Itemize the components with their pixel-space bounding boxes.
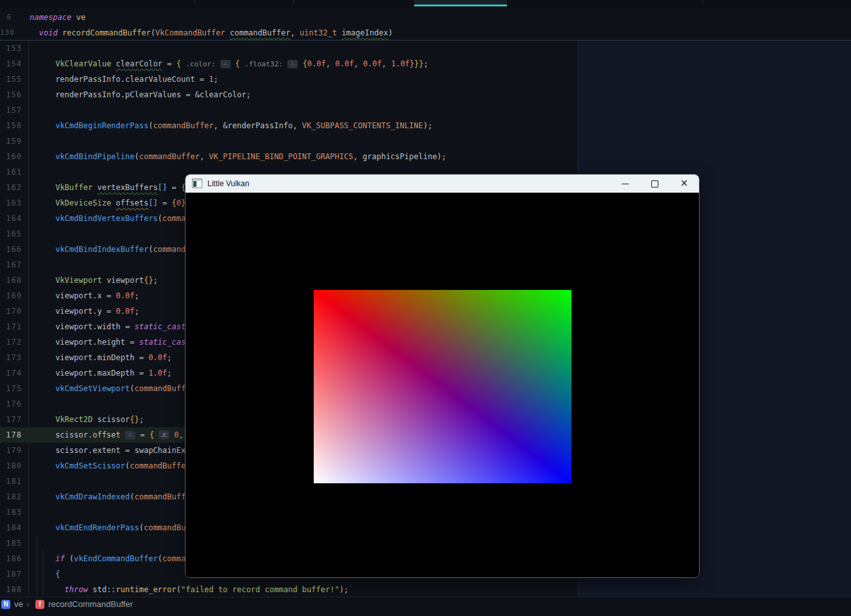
code-token: ) bbox=[388, 28, 392, 37]
line-number[interactable]: 157 bbox=[0, 102, 22, 118]
code-line-text[interactable]: vkCmdBindPipeline(commandBuffer, VK_PIPE… bbox=[37, 149, 446, 164]
breadcrumb-function[interactable]: recordCommandBuffer bbox=[48, 599, 133, 610]
code-line[interactable]: 188 throw std::runtime_error("failed to … bbox=[0, 582, 851, 597]
line-number[interactable]: 156 bbox=[0, 87, 22, 102]
breadcrumb-namespace[interactable]: ve bbox=[14, 599, 23, 610]
code-line-text[interactable]: throw std::runtime_error("failed to reco… bbox=[37, 582, 349, 597]
code-token: commandBuffer bbox=[130, 461, 191, 470]
line-number[interactable]: 170 bbox=[0, 303, 22, 319]
code-line-text[interactable]: renderPassInfo.clearValueCount = 1; bbox=[37, 72, 218, 87]
line-number[interactable]: 177 bbox=[0, 412, 22, 427]
line-number[interactable]: 159 bbox=[0, 133, 22, 149]
code-line[interactable]: 158 vkCmdBeginRenderPass(commandBuffer, … bbox=[0, 118, 851, 133]
line-number[interactable]: 167 bbox=[0, 257, 22, 273]
code-token: commandBuf bbox=[144, 523, 190, 532]
code-line-text[interactable]: viewport.height = static_cast bbox=[37, 334, 190, 350]
code-token: ; bbox=[214, 75, 218, 84]
line-number[interactable]: 6 bbox=[0, 10, 12, 25]
line-number[interactable]: 176 bbox=[0, 396, 22, 412]
code-token: offsets bbox=[116, 198, 149, 207]
line-number[interactable]: 166 bbox=[0, 242, 22, 257]
line-number[interactable]: 174 bbox=[0, 365, 22, 381]
code-line-text[interactable]: viewport.maxDepth = 1.0f; bbox=[37, 365, 172, 381]
line-number[interactable]: 172 bbox=[0, 334, 22, 350]
code-line[interactable]: 159 bbox=[0, 133, 851, 149]
code-line[interactable]: 160 vkCmdBindPipeline(commandBuffer, VK_… bbox=[0, 149, 851, 164]
code-line[interactable]: 155 renderPassInfo.clearValueCount = 1; bbox=[0, 72, 851, 87]
line-number[interactable]: 185 bbox=[0, 535, 22, 551]
window-titlebar[interactable]: Little Vulkan × bbox=[186, 175, 699, 193]
line-number[interactable]: 168 bbox=[0, 273, 22, 288]
close-button[interactable]: × bbox=[669, 175, 699, 193]
code-line-text[interactable]: vkCmdSetScissor(commandBuffer bbox=[37, 458, 190, 474]
line-number[interactable]: 155 bbox=[0, 72, 22, 87]
line-number[interactable]: 171 bbox=[0, 319, 22, 334]
code-line-text[interactable]: vkCmdBindIndexBuffer(commandB bbox=[37, 242, 190, 257]
code-line-text[interactable]: viewport.minDepth = 0.0f; bbox=[37, 350, 172, 365]
code-line-text[interactable]: scissor.offset ∴ = { .x: 0, .y: bbox=[37, 427, 198, 443]
code-line-text[interactable]: viewport.width = static_cast< bbox=[37, 319, 190, 334]
code-line-text[interactable]: vkCmdSetViewport(commandBuffe bbox=[37, 381, 190, 396]
line-number[interactable]: 179 bbox=[0, 443, 22, 458]
code-line-text[interactable]: viewport.y = 0.0f; bbox=[37, 303, 139, 319]
code-line-text[interactable]: viewport.x = 0.0f; bbox=[37, 288, 139, 303]
code-token: commandBuffer bbox=[230, 28, 291, 37]
code-line-text[interactable]: if (vkEndCommandBuffer(comman bbox=[37, 551, 190, 566]
line-number[interactable]: 173 bbox=[0, 350, 22, 365]
inlay-hint-icon[interactable]: ∴ bbox=[287, 60, 298, 68]
code-line[interactable]: 6namespace ve bbox=[0, 10, 851, 25]
code-line[interactable]: 156 renderPassInfo.pClearValues = &clear… bbox=[0, 87, 851, 102]
code-token bbox=[57, 28, 62, 37]
line-number[interactable]: 164 bbox=[0, 211, 22, 226]
line-number[interactable]: 130 bbox=[0, 25, 12, 41]
code-line-text[interactable]: vkCmdBeginRenderPass(commandBuffer, &ren… bbox=[37, 118, 432, 133]
code-line-text[interactable]: VkDeviceSize offsets[] = {0}; bbox=[37, 195, 191, 211]
code-token: commandBuffe bbox=[135, 492, 191, 501]
line-number[interactable]: 160 bbox=[0, 149, 22, 164]
code-line-text[interactable]: { bbox=[37, 566, 60, 582]
minimize-button[interactable] bbox=[610, 175, 640, 193]
code-line[interactable]: 153 bbox=[0, 41, 851, 56]
line-number[interactable]: 158 bbox=[0, 118, 22, 133]
code-token: VkClearValue bbox=[55, 59, 111, 68]
line-number[interactable]: 187 bbox=[0, 566, 22, 582]
inlay-hint: .float32: bbox=[245, 60, 283, 68]
line-number[interactable]: 175 bbox=[0, 381, 22, 396]
line-number[interactable]: 178 bbox=[0, 427, 22, 443]
code-token bbox=[37, 121, 55, 130]
code-token: vkCmdSetViewport bbox=[55, 384, 130, 393]
code-line-text[interactable]: vkCmdEndRenderPass(commandBuf bbox=[37, 520, 190, 535]
line-number[interactable]: 162 bbox=[0, 180, 22, 195]
inlay-hint-icon[interactable]: ∴ bbox=[125, 431, 135, 439]
active-tab[interactable] bbox=[414, 0, 507, 6]
current-code-line[interactable]: 178 scissor.offset ∴ = { .x: 0, .y: bbox=[0, 427, 185, 443]
code-line-text[interactable]: VkBuffer vertexBuffers[] = {v bbox=[37, 180, 190, 195]
line-number[interactable]: 161 bbox=[0, 164, 22, 180]
line-number[interactable]: 154 bbox=[0, 56, 22, 72]
code-line[interactable]: 154 VkClearValue clearColor = { .color: … bbox=[0, 56, 851, 72]
code-line-text[interactable]: scissor.extent = swapChainExt bbox=[37, 443, 190, 458]
line-number[interactable]: 153 bbox=[0, 41, 22, 56]
code-line-text[interactable]: VkViewport viewport{}; bbox=[37, 273, 158, 288]
line-number[interactable]: 165 bbox=[0, 226, 22, 242]
line-number[interactable]: 184 bbox=[0, 520, 22, 535]
code-line-text[interactable]: vkCmdBindVertexBuffers(comman bbox=[37, 211, 190, 226]
line-number[interactable]: 180 bbox=[0, 458, 22, 474]
line-number[interactable]: 181 bbox=[0, 474, 22, 489]
line-number[interactable]: 186 bbox=[0, 551, 22, 566]
code-line-text[interactable]: VkClearValue clearColor = { .color: ∴ { … bbox=[37, 56, 428, 72]
maximize-button[interactable] bbox=[640, 175, 669, 193]
code-line-text[interactable]: renderPassInfo.pClearValues = &clearColo… bbox=[37, 87, 251, 102]
code-line-text[interactable]: namespace ve bbox=[30, 10, 86, 25]
code-line-text[interactable]: void recordCommandBuffer(VkCommandBuffer… bbox=[30, 25, 393, 41]
code-line[interactable]: 130 void recordCommandBuffer(VkCommandBu… bbox=[0, 25, 851, 41]
inlay-hint-icon[interactable]: ∴ bbox=[220, 60, 231, 68]
code-line-text[interactable]: vkCmdDrawIndexed(commandBuffe bbox=[37, 489, 190, 505]
line-number[interactable]: 183 bbox=[0, 505, 22, 520]
code-line-text[interactable]: VkRect2D scissor{}; bbox=[37, 412, 144, 427]
line-number[interactable]: 188 bbox=[0, 582, 22, 597]
line-number[interactable]: 163 bbox=[0, 195, 22, 211]
line-number[interactable]: 182 bbox=[0, 489, 22, 505]
code-line[interactable]: 157 bbox=[0, 102, 851, 118]
line-number[interactable]: 169 bbox=[0, 288, 22, 303]
